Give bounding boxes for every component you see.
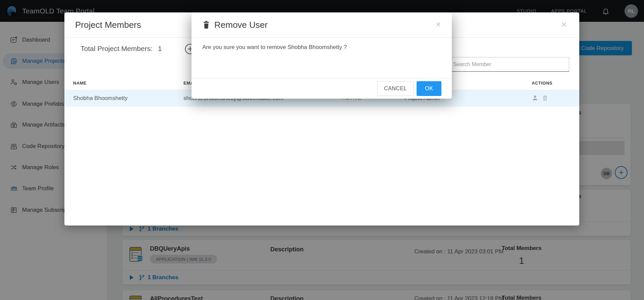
ok-button[interactable]: OK <box>417 81 441 96</box>
cancel-button[interactable]: CANCEL <box>377 81 414 96</box>
column-header-actions: ACTIONS <box>532 81 552 86</box>
row-actions <box>532 95 548 101</box>
screen: TeamOLD Team Portal STUDIO APPS PORTAL R… <box>0 0 644 300</box>
member-profile-icon[interactable] <box>532 95 538 101</box>
remove-member-trash-icon[interactable] <box>542 95 548 101</box>
close-icon[interactable]: ✕ <box>561 20 567 29</box>
total-members-summary-label: Total Project Members: <box>80 45 153 53</box>
confirmation-message: Are you sure you want to remove Shobha B… <box>202 44 347 51</box>
dialog-footer: CANCEL OK <box>192 78 452 99</box>
dialog-title: Remove User <box>214 20 268 30</box>
search-member-input[interactable] <box>449 57 569 72</box>
column-header-name: NAME <box>73 81 87 86</box>
dialog-header-divider <box>192 37 452 38</box>
remove-user-dialog: Remove User ✕ Are you sure you want to r… <box>192 12 452 99</box>
close-icon[interactable]: ✕ <box>435 20 441 29</box>
modal-title: Project Members <box>75 20 141 30</box>
total-members-summary: Total Project Members: 1 <box>80 45 162 53</box>
dialog-header: Remove User <box>192 12 452 37</box>
trash-icon <box>203 21 210 29</box>
total-members-summary-value: 1 <box>158 45 162 53</box>
member-name: Shobha Bhoomshetty <box>73 95 128 102</box>
